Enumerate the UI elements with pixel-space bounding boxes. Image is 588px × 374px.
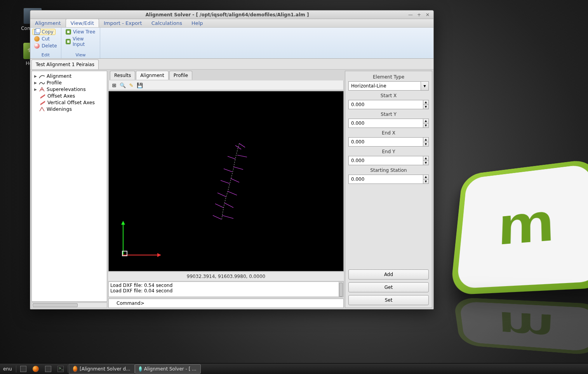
start-y-label: Start Y [348,112,429,117]
taskbar-app-2[interactable]: Alignment Solver - [ ... [135,364,201,374]
viewport-canvas[interactable] [108,91,344,271]
log-panel: Load DXF file: 0.54 second Load DXF file… [108,281,344,297]
alignment-icon [39,73,45,79]
super-icon [39,87,45,92]
app-window: Alignment Solver - [ /opt/iqsoft/align64… [30,10,434,309]
alignment-curve [212,142,259,227]
grid-icon[interactable]: ⊞ [111,82,117,88]
ribbon-copy[interactable]: Copy [32,29,55,35]
document-tab-row: Test Alignment 1 Peiraias [30,59,433,70]
zoom-icon[interactable]: 🔍 [120,82,126,88]
tree-scrollbar[interactable] [31,302,107,308]
start-x-label: Start X [348,93,429,98]
end-x-input[interactable]: ▲▼ [348,137,429,147]
menu-calculations[interactable]: Calculations [147,19,187,27]
taskbar: enu [Alignment Solver d... Alignment Sol… [0,363,588,374]
cut-icon [34,36,40,42]
station-label: Starting Station [348,168,429,173]
start-menu[interactable]: enu [0,364,15,374]
spinner[interactable]: ▲▼ [423,156,428,165]
terminal-icon [57,366,64,372]
station-input[interactable]: ▲▼ [348,175,429,184]
maximize-button[interactable]: + [416,12,422,17]
tree-profile[interactable]: ▶Profile [32,79,107,86]
chevron-down-icon[interactable]: ▾ [421,82,428,90]
window-title: Alignment Solver - [ /opt/iqsoft/align64… [50,12,405,17]
spinner[interactable]: ▲▼ [423,119,428,128]
minimize-button[interactable]: — [408,12,413,17]
tree-alignment[interactable]: ▶Alignment [32,73,107,79]
taskbar-app-1[interactable]: [Alignment Solver d... [69,364,135,374]
command-input[interactable]: Command> [108,299,344,308]
tree-offset-axes[interactable]: Offset Axes [32,93,107,99]
mint-logo-reflection: m [452,299,588,354]
tab-alignment[interactable]: Alignment [136,71,168,80]
ribbon-view-tree[interactable]: View Tree [64,29,97,35]
profile-icon [39,80,45,86]
scrollbar-thumb[interactable] [339,283,343,297]
save-icon[interactable]: 💾 [137,82,143,88]
spinner[interactable]: ▲▼ [423,175,428,184]
terminal-launcher[interactable] [54,364,67,374]
origin-marker [122,251,127,256]
show-desktop-button[interactable] [17,364,30,374]
tree-icon [66,29,71,35]
view-toolbar: ⊞ 🔍 ✎ 💾 [108,80,344,90]
set-button[interactable]: Set [348,295,429,305]
x-axis-icon [123,255,160,255]
get-button[interactable]: Get [348,282,429,292]
spinner[interactable]: ▲▼ [423,138,428,146]
log-line: Load DXF file: 0.04 second [110,288,342,294]
ribbon-view-input[interactable]: View Input [64,36,97,47]
element-type-label: Element Type [348,74,429,80]
firefox-icon [33,366,39,372]
voffset-icon [40,100,46,105]
edit-icon[interactable]: ✎ [128,82,134,88]
firefox-launcher[interactable] [30,364,42,374]
start-x-input[interactable]: ▲▼ [348,100,429,109]
center-pane: Results Alignment Profile ⊞ 🔍 ✎ 💾 99032.… [108,71,344,308]
tree-superelevations[interactable]: ▶Superelevations [32,86,107,93]
spinner[interactable]: ▲▼ [423,100,428,109]
desktop-icon [20,366,26,372]
add-button[interactable]: Add [348,269,429,280]
ribbon: Copy Cut Delete Edit View Tree View Inpu… [30,28,433,59]
menu-help[interactable]: Help [187,19,208,27]
properties-panel: Element Type Horizontal-Line ▾ Start X ▲… [345,71,432,308]
menubar: Alignment View/Edit Import - Export Calc… [30,19,433,28]
tab-profile[interactable]: Profile [169,71,192,80]
end-y-input[interactable]: ▲▼ [348,156,429,165]
tab-results[interactable]: Results [110,71,135,80]
menu-import-export[interactable]: Import - Export [99,19,147,27]
ribbon-cut[interactable]: Cut [32,36,52,42]
widening-icon [39,107,45,112]
input-icon [66,39,71,44]
files-launcher[interactable] [42,364,54,374]
cursor-coordinates: 99032.3914, 91603.9980, 0.0000 [108,272,344,281]
tree-pane: ▶Alignment ▶Profile ▶Superelevations Off… [31,71,107,302]
close-button[interactable]: ✕ [425,12,430,17]
offset-icon [40,93,46,99]
delete-icon [34,43,40,49]
end-x-label: End X [348,130,429,136]
copy-icon [34,29,40,35]
firefox-icon [73,366,77,372]
menu-alignment[interactable]: Alignment [30,19,66,27]
mint-logo: m [452,156,588,292]
titlebar[interactable]: Alignment Solver - [ /opt/iqsoft/align64… [30,10,433,19]
document-tab[interactable]: Test Alignment 1 Peiraias [31,59,99,69]
log-scrollbar[interactable] [339,282,343,297]
ribbon-delete[interactable]: Delete [32,43,59,49]
tree-widenings[interactable]: ▶Widenings [32,106,107,112]
tree-vertical-offset-axes[interactable]: Vertical Offset Axes [32,99,107,106]
files-icon [45,366,51,372]
ribbon-group-edit-label: Edit [42,52,50,58]
menu-view-edit[interactable]: View/Edit [66,19,99,27]
element-type-select[interactable]: Horizontal-Line ▾ [348,81,429,91]
log-line: Load DXF file: 0.54 second [110,283,342,288]
start-y-input[interactable]: ▲▼ [348,119,429,128]
scrollbar-thumb[interactable] [33,303,78,307]
end-y-label: End Y [348,149,429,154]
app-icon [139,366,142,372]
ribbon-group-view-label: View [75,52,85,58]
